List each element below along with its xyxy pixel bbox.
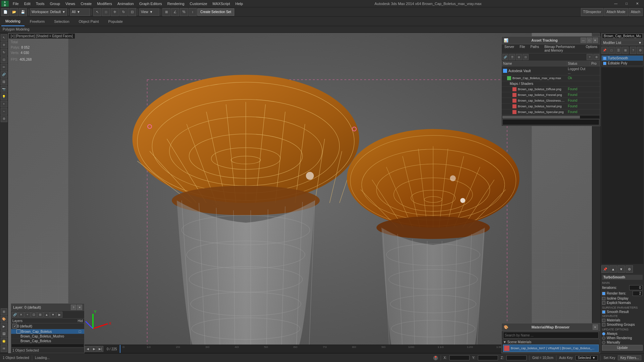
layers-more-btn[interactable]: ▶ — [56, 312, 62, 318]
asset-row-specular[interactable]: Brown_cap_boletus_Specular.png Found — [502, 109, 600, 115]
asset-row-normal[interactable]: Brown_cap_boletus_Normal.png Found — [502, 104, 600, 109]
asset-tool-3[interactable]: ⊞ — [516, 54, 522, 60]
tab-selection[interactable]: Selection — [50, 17, 73, 26]
asset-tool-settings[interactable]: ⚙ — [593, 54, 599, 60]
nav-up-icon[interactable]: ▲ — [609, 265, 617, 273]
layers-add-btn[interactable]: + — [24, 312, 31, 318]
render-frame-tool[interactable]: 🖼 — [1, 330, 7, 337]
material-item-main[interactable]: Brown_cap_boletus_MAT ( VRayMtl ) [Brown… — [503, 345, 599, 352]
menu-maxscript[interactable]: MAXScript — [210, 0, 233, 7]
grid-btn[interactable]: ⊞ — [622, 47, 629, 54]
toolbar-new[interactable]: 📄 — [1, 8, 9, 16]
render-setup-tool[interactable]: ▶ — [1, 323, 7, 330]
material-search-input[interactable] — [503, 332, 599, 339]
menu-views[interactable]: Views — [63, 0, 78, 7]
asset-row-diffuse[interactable]: Brown_cap_boletus_Diffuse.png Found — [502, 87, 600, 92]
param-btn[interactable]: ? — [630, 47, 636, 54]
z-input[interactable] — [506, 355, 527, 360]
menu-animation[interactable]: Animation — [115, 0, 137, 7]
space-warp-tool[interactable]: ~ — [1, 108, 7, 115]
menu-rendering[interactable]: Rendering — [165, 0, 187, 7]
smooth-result-checkbox[interactable] — [602, 310, 605, 314]
snap-btn[interactable]: ⊞ — [162, 8, 170, 16]
menu-help[interactable]: Help — [233, 0, 246, 7]
system-tool[interactable]: ⚙ — [1, 115, 7, 122]
layer-row-default[interactable]: ✓ 0 (default) — [11, 323, 84, 329]
angle-snap-btn[interactable]: ∠ — [171, 8, 179, 16]
asset-tool-2[interactable]: ☰ — [509, 54, 515, 60]
workspace-dropdown[interactable]: Workspace: Default ▼ — [30, 8, 67, 16]
attach-btn[interactable]: Attach — [629, 8, 643, 16]
move-tool[interactable]: ✛ — [1, 42, 7, 48]
layer-default-check[interactable]: ✓ — [12, 324, 17, 328]
smoothing-groups-checkbox[interactable] — [602, 323, 605, 326]
asset-tool-1[interactable]: 🔗 — [502, 54, 508, 60]
render-iters-checkbox[interactable] — [602, 292, 605, 295]
render-message-tool[interactable]: ✉ — [1, 345, 7, 352]
layer-row-boletus[interactable]: Brown_Cap_Boletus □ — [11, 329, 84, 334]
env-effects-tool[interactable]: 🌟 — [1, 338, 7, 345]
asset-menu-server[interactable]: Server — [502, 44, 517, 53]
nav-down-icon[interactable]: ▼ — [617, 265, 625, 273]
turbsmooth-checkbox[interactable] — [603, 57, 606, 60]
collapse-btn[interactable]: □ — [608, 47, 615, 54]
tl-play-next-btn[interactable]: ▶| — [97, 346, 103, 352]
layers-expand-btn[interactable]: ⊞ — [37, 312, 43, 318]
layers-link-btn[interactable]: 🔗 — [12, 312, 18, 318]
materials-checkbox[interactable] — [602, 319, 605, 322]
settings-btn[interactable]: ⚙ — [637, 47, 643, 54]
asset-row-maps[interactable]: Maps / Shaders — [502, 81, 600, 87]
spinner-snap-btn[interactable]: ↕ — [189, 8, 197, 16]
menu-graph-editors[interactable]: Graph Editors — [137, 0, 165, 7]
select-region-btn[interactable]: □ — [102, 8, 110, 16]
layers-help-btn[interactable]: ? — [71, 305, 76, 310]
unlink-tool[interactable]: ⛓ — [1, 79, 7, 85]
asset-menu-file[interactable]: File — [517, 44, 528, 53]
asset-menu-bitmap[interactable]: Bitmap Performance and Memory — [542, 44, 583, 53]
y-input[interactable] — [478, 355, 498, 360]
layers-delete-btn[interactable]: ✕ — [18, 312, 24, 318]
toolbar-save[interactable]: 💾 — [19, 8, 27, 16]
asset-row-max[interactable]: Brown_Cap_Boletus_max_vray.max Ok — [502, 75, 600, 81]
view-dropdown[interactable]: View ▼ — [139, 8, 159, 16]
layer-dropdown[interactable]: All ▼ — [70, 8, 90, 16]
tab-modeling[interactable]: Modeling — [1, 17, 24, 26]
object-name-field[interactable] — [602, 34, 643, 39]
nav-pin-icon[interactable]: 📌 — [601, 265, 609, 273]
asset-tool-help[interactable]: ? — [587, 54, 593, 60]
explicit-normals-checkbox[interactable] — [602, 301, 605, 305]
render-iters-input[interactable] — [633, 291, 643, 296]
helper-tool[interactable]: + — [1, 101, 7, 107]
menu-file[interactable]: File — [10, 0, 21, 7]
layers-up-btn[interactable]: ▲ — [44, 312, 50, 318]
always-radio[interactable] — [602, 332, 605, 335]
asset-menu-options[interactable]: Options — [583, 44, 600, 53]
editable-poly-checkbox[interactable] — [603, 62, 606, 65]
isoline-checkbox[interactable] — [602, 297, 605, 300]
menu-customize[interactable]: Customize — [187, 0, 210, 7]
nav-settings2-icon[interactable]: ⚙ — [626, 265, 633, 273]
menu-create[interactable]: Create — [78, 0, 94, 7]
asset-close-btn[interactable]: ✕ — [593, 38, 598, 43]
asset-scrollbar[interactable] — [502, 116, 599, 118]
rotate-tool[interactable]: ↻ — [1, 49, 7, 56]
modifier-turbsmooth[interactable]: TurboSmooth — [602, 56, 643, 61]
tab-object-paint[interactable]: Object Paint — [75, 17, 103, 26]
select-tool[interactable]: ↖ — [1, 34, 7, 41]
layers-close-btn[interactable]: ✕ — [77, 305, 82, 310]
menu-modifiers[interactable]: Modifiers — [94, 0, 115, 7]
minimize-button[interactable]: — — [610, 0, 621, 7]
scale-tool[interactable]: ⊡ — [1, 56, 7, 63]
camera-tool[interactable]: 📷 — [1, 86, 7, 93]
asset-row-vault[interactable]: Autodesk Vault Logged Out ... — [502, 66, 600, 75]
toolbar-open[interactable]: 📂 — [10, 8, 18, 16]
asset-row-glossiness[interactable]: Brown_cap_boletus_Glossiness.png Found — [502, 98, 600, 104]
create-selection-button[interactable]: Create Selection Set — [197, 8, 234, 16]
tab-freeform[interactable]: Freeform — [26, 17, 49, 26]
asset-expand-btn[interactable]: □ — [587, 38, 592, 43]
rotate-btn[interactable]: ↻ — [119, 8, 128, 16]
asset-menu-paths[interactable]: Paths — [528, 44, 542, 53]
tl-play-prev-btn[interactable]: ◀ — [85, 346, 91, 352]
key-filters-button[interactable]: Key Filters... — [618, 355, 641, 360]
layers-scrollbar[interactable] — [12, 344, 84, 347]
